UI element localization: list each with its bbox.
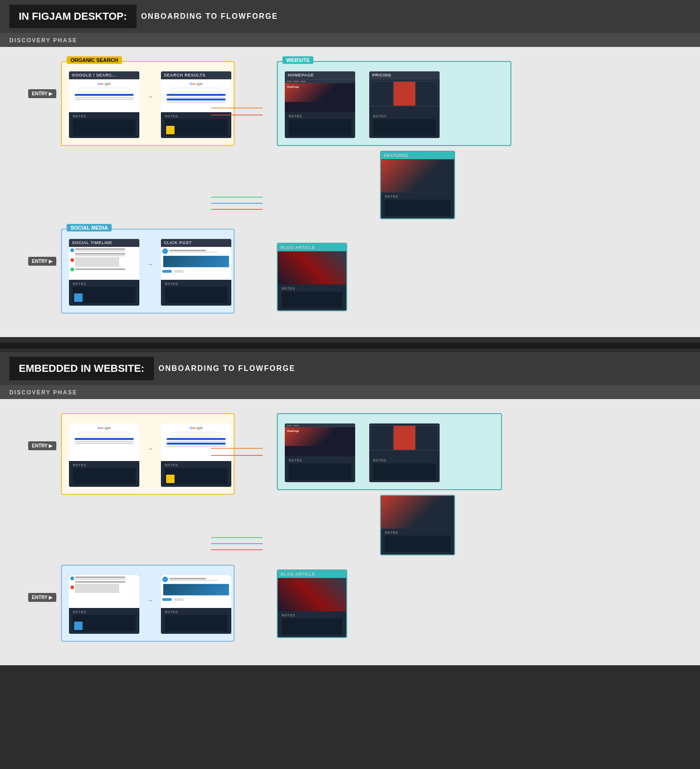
- google-result-1: [75, 94, 134, 96]
- pricing-table: [371, 81, 438, 107]
- embedded-organic-row: ENTRY ▶ G o o g l e: [28, 413, 672, 555]
- sticky-note-blue-2: [74, 622, 83, 630]
- emb-blog-title: BLOG ARTICLE: [278, 570, 346, 578]
- emb-social-timeline-preview: [69, 575, 139, 608]
- embedded-social-row: ENTRY ▶: [28, 565, 672, 642]
- embedded-phase-label: DISCOVERY PHASE: [9, 389, 77, 396]
- result-text-1: [167, 97, 226, 98]
- pricing-card: PRICING NOTES: [369, 71, 440, 138]
- figjam-phase-bar: DISCOVERY PHASE: [0, 33, 700, 47]
- emb-website-group: FlowForge NOTES: [277, 413, 502, 490]
- emb-arrow-2: →: [146, 596, 154, 605]
- embedded-organic-screens: G o o g l e: [69, 423, 227, 487]
- embedded-phase-bar: DISCOVERY PHASE: [0, 385, 700, 399]
- embedded-title: EMBEDDED IN WEBSITE:: [9, 357, 154, 380]
- social-entry: ENTRY ▶: [28, 257, 56, 266]
- homepage-card: HOMEPAGE FlowForge: [285, 71, 355, 138]
- emb-blog-preview: [278, 578, 346, 611]
- pricing-preview: [369, 79, 440, 112]
- google-screen-notes: NOTES: [69, 112, 139, 138]
- social-flow-row: ENTRY ▶ SOCIAL MEDIA SOCIAL TIMELINE: [28, 229, 672, 314]
- click-post-title: CLICK POST: [161, 239, 231, 247]
- embedded-subtitle: ONBOARDING TO FLOWFORGE: [159, 364, 296, 373]
- emb-features-wrapper: NOTES: [380, 495, 507, 555]
- emb-website-wrapper: FlowForge NOTES: [277, 413, 507, 555]
- figjam-header: IN FIGJAM DESKTOP: ONBOARDING TO FLOWFOR…: [0, 0, 700, 33]
- click-post-notes: NOTES: [161, 280, 231, 306]
- website-label: WEBSITE: [282, 56, 313, 64]
- organic-group-label: ORGANIC SEARCH: [67, 56, 122, 64]
- sticky-note-blue-1: [74, 293, 83, 302]
- google-screen-preview: G o o g l e: [69, 79, 139, 112]
- emb-arrow-1: →: [146, 445, 154, 453]
- homepage-notes: NOTES: [285, 112, 355, 138]
- sticky-note-yellow-2: [166, 475, 175, 483]
- emb-website-top: FlowForge NOTES: [285, 423, 494, 482]
- embedded-header: EMBEDDED IN WEBSITE: ONBOARDING TO FLOWF…: [0, 352, 700, 385]
- pricing-notes: NOTES: [369, 112, 440, 138]
- blog-wrapper: BLOG ARTICLE NOTES: [277, 243, 347, 311]
- result-line-1: [167, 94, 226, 96]
- emb-blog-card: BLOG ARTICLE NOTES: [277, 569, 347, 638]
- google-logo-area: G o o g l e: [98, 82, 111, 86]
- homepage-title: HOMEPAGE: [285, 71, 355, 79]
- arrow-1: →: [146, 92, 154, 101]
- notes-area-2: [165, 119, 228, 136]
- emb-google-card: G o o g l e: [69, 423, 139, 487]
- figjam-canvas: ENTRY ▶ ORGANIC SEARCH GOOGLE / SEARC...…: [0, 47, 700, 337]
- social-timeline-notes: NOTES: [69, 280, 139, 306]
- pricing-title: PRICING: [369, 71, 440, 79]
- search-results-card: SEARCH RESULTS G o o g l e: [161, 71, 231, 138]
- google-screen-title: GOOGLE / SEARC...: [69, 71, 139, 79]
- features-wrapper: FEATURES NOTES: [380, 151, 516, 219]
- click-post-card: CLICK POST: [161, 239, 231, 306]
- social-label: SOCIAL MEDIA: [67, 224, 112, 231]
- notes-area-1: [73, 119, 136, 136]
- organic-screens: GOOGLE / SEARC... G o o g l e: [69, 71, 227, 138]
- figjam-title: IN FIGJAM DESKTOP:: [9, 5, 137, 28]
- emb-search-results-card: G o o g l e: [161, 423, 231, 487]
- emb-homepage-card: FlowForge NOTES: [285, 423, 355, 482]
- features-notes: NOTES: [381, 192, 454, 218]
- search-bar-2: [170, 88, 222, 92]
- social-timeline-card: SOCIAL TIMELINE: [69, 239, 139, 306]
- notes-label-1: NOTES: [73, 115, 136, 118]
- features-title: FEATURES: [381, 152, 454, 160]
- search-results-title: SEARCH RESULTS: [161, 71, 231, 79]
- result-line-2: [167, 99, 226, 100]
- organic-group: ORGANIC SEARCH GOOGLE / SEARC... G o o g…: [61, 61, 235, 146]
- google-logo-2: G o o g l e: [190, 82, 203, 86]
- embedded-organic-group: G o o g l e: [61, 413, 235, 495]
- social-screens: SOCIAL TIMELINE: [69, 239, 227, 306]
- emb-social-timeline-card: NOTES: [69, 575, 139, 634]
- emb-search-preview: G o o g l e: [161, 423, 231, 461]
- website-top-row: HOMEPAGE FlowForge: [285, 71, 503, 138]
- emb-homepage-preview: FlowForge: [285, 423, 355, 456]
- notes-label-2: NOTES: [165, 115, 228, 118]
- embedded-social-group: NOTES →: [61, 565, 235, 642]
- social-timeline-title: SOCIAL TIMELINE: [69, 239, 139, 247]
- search-results-preview: G o o g l e: [161, 79, 231, 112]
- homepage-nav: [285, 79, 355, 83]
- features-card: FEATURES NOTES: [380, 151, 455, 219]
- separator: [0, 343, 700, 348]
- emb-click-post-card: NOTES: [161, 575, 231, 634]
- social-group: SOCIAL MEDIA SOCIAL TIMELINE: [61, 229, 235, 314]
- result-text-2: [167, 101, 226, 103]
- figjam-phase-label: DISCOVERY PHASE: [9, 37, 77, 44]
- embedded-organic-entry: ENTRY ▶: [28, 441, 56, 450]
- website-group-wrapper: WEBSITE HOMEPAGE: [277, 61, 516, 219]
- homepage-preview: FlowForge: [285, 79, 355, 112]
- google-result-text-2: [75, 99, 134, 100]
- click-post-preview: [161, 247, 231, 280]
- blog-card: BLOG ARTICLE NOTES: [277, 243, 347, 311]
- emb-google-preview: G o o g l e: [69, 423, 139, 461]
- homepage-hero: FlowForge: [285, 83, 355, 102]
- sticky-note-yellow-1: [166, 126, 175, 134]
- emb-pricing-preview: [369, 423, 440, 456]
- embedded-social-entry: ENTRY ▶: [28, 593, 56, 602]
- figjam-section: IN FIGJAM DESKTOP: ONBOARDING TO FLOWFOR…: [0, 0, 700, 337]
- figjam-subtitle: ONBOARDING TO FLOWFORGE: [141, 12, 278, 21]
- emb-blog-wrapper: BLOG ARTICLE NOTES: [277, 569, 347, 638]
- google-result-text-1: [75, 97, 134, 98]
